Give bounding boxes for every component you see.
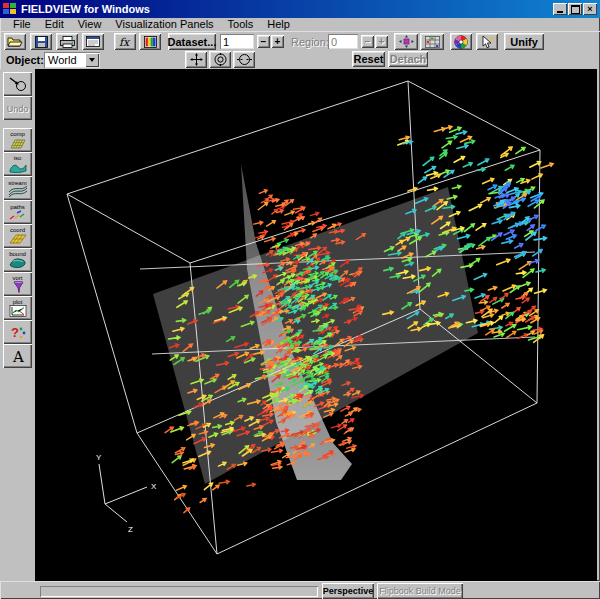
sidebar-item-annotate[interactable]: A	[3, 344, 32, 368]
pointer-tool-button[interactable]	[476, 33, 498, 50]
minimize-button[interactable]	[553, 3, 567, 15]
sidebar-item-vortex-cores[interactable]: vort	[3, 272, 32, 296]
chevron-down-icon[interactable]	[85, 53, 99, 67]
main-area: Undo comp iso stream	[0, 69, 600, 581]
svg-text:A: A	[12, 348, 24, 364]
color-wheel-icon	[454, 35, 468, 49]
plot-icon	[8, 305, 28, 317]
object-dropdown-value: World	[48, 54, 77, 66]
open-button[interactable]	[4, 33, 26, 50]
pan-icon	[190, 53, 203, 66]
sidebar-item-streamlines[interactable]: stream	[3, 176, 32, 200]
save-icon	[35, 36, 48, 48]
region-label: Region:	[291, 36, 329, 48]
toolbar-transform: Object: World	[0, 51, 600, 69]
window-title: FIELDVIEW for Windows	[21, 3, 552, 15]
status-message-field	[40, 586, 318, 597]
dataset-number-input[interactable]	[220, 34, 254, 49]
maximize-button[interactable]	[568, 3, 582, 15]
ijk-sampling-button[interactable]	[420, 33, 444, 50]
menu-edit[interactable]: Edit	[38, 18, 71, 31]
menu-visualization-panels[interactable]: Visualization Panels	[108, 18, 220, 31]
annotation-text-icon: A	[8, 348, 28, 364]
open-icon	[7, 36, 23, 47]
statusbar: Perspective Flipbook Build Mode	[0, 581, 600, 599]
particle-paths-icon	[8, 210, 28, 221]
menu-file[interactable]: File	[6, 18, 38, 31]
probe-query-icon: ?	[8, 324, 28, 340]
sidebar-item-boundary-surface[interactable]: bound	[3, 248, 32, 272]
menu-tools[interactable]: Tools	[221, 18, 261, 31]
pointer-tool-icon	[481, 35, 494, 48]
orbit-icon	[214, 53, 227, 66]
region-number-input	[328, 34, 358, 49]
colormap-icon	[144, 36, 157, 48]
sidebar-item-probe[interactable]: ?	[3, 320, 32, 344]
sidebar-item-undo: Undo	[3, 96, 32, 120]
fit-view-icon	[399, 35, 414, 48]
toolbar-main: fx Dataset... − + Region: − +	[0, 31, 600, 51]
svg-text:?: ?	[11, 325, 19, 340]
vortex-cores-icon	[8, 281, 28, 293]
reset-button[interactable]: Reset	[352, 51, 385, 67]
app-icon	[3, 3, 17, 15]
flipbook-build-mode-toggle: Flipbook Build Mode	[377, 583, 463, 599]
region-minus-button: −	[361, 35, 374, 48]
svg-text:fx: fx	[119, 36, 131, 48]
sidebar-item-iso-surface[interactable]: iso	[3, 152, 32, 176]
print-button[interactable]	[56, 33, 78, 50]
color-wheel-button[interactable]	[450, 33, 472, 50]
menu-view[interactable]: View	[71, 18, 109, 31]
dataset-button[interactable]: Dataset...	[168, 33, 216, 50]
coordinate-surface-icon	[8, 233, 28, 245]
ijk-sampling-icon	[425, 36, 440, 48]
region-plus-button: +	[375, 35, 388, 48]
orbit-mode-button[interactable]	[209, 51, 231, 68]
detach-button: Detach	[388, 51, 428, 67]
object-dropdown[interactable]: World	[44, 52, 100, 68]
sidebar-item-coord-surface[interactable]: coord	[3, 224, 32, 248]
sidebar-item-plot[interactable]: plot	[3, 296, 32, 320]
undo-label: Undo	[7, 104, 29, 114]
menubar: File Edit View Visualization Panels Tool…	[0, 18, 600, 31]
save-button[interactable]	[30, 33, 52, 50]
function-fx-icon: fx	[117, 35, 133, 48]
pick-tool-icon	[8, 76, 28, 92]
sidebar-item-particle-paths[interactable]: paths	[3, 200, 32, 224]
function-button[interactable]: fx	[114, 33, 136, 50]
print-icon	[60, 36, 75, 48]
axis-label-x: X	[151, 482, 157, 491]
menu-help[interactable]: Help	[260, 18, 297, 31]
fit-view-button[interactable]	[394, 33, 418, 50]
colormap-button[interactable]	[139, 33, 161, 50]
pan-mode-button[interactable]	[185, 51, 207, 68]
viewport[interactable]: YXZ	[35, 69, 597, 581]
spin-mode-button[interactable]	[233, 51, 255, 68]
sidebar-item-pick[interactable]	[3, 72, 32, 96]
dataset-plus-button[interactable]: +	[271, 35, 284, 48]
spin-icon	[237, 53, 252, 66]
perspective-toggle[interactable]: Perspective	[322, 583, 374, 599]
unify-button[interactable]: Unify	[504, 33, 544, 50]
sidebar-item-comp-surface[interactable]: comp	[3, 128, 32, 152]
close-button[interactable]: ×	[583, 3, 597, 15]
iso-surface-icon	[8, 161, 28, 173]
panel-window-button[interactable]	[82, 33, 104, 50]
dataset-minus-button[interactable]: −	[257, 35, 270, 48]
axis-label-z: Z	[128, 525, 133, 534]
boundary-surface-icon	[8, 257, 28, 269]
axis-label-y: Y	[96, 453, 102, 462]
viewport-scene[interactable]: YXZ	[35, 69, 597, 581]
object-label: Object:	[6, 54, 44, 66]
panel-window-icon	[86, 36, 100, 47]
sidebar-toolbox: Undo comp iso stream	[0, 69, 35, 581]
app-window: FIELDVIEW for Windows × File Edit View V…	[0, 0, 600, 599]
computational-surface-icon	[8, 137, 28, 150]
titlebar[interactable]: FIELDVIEW for Windows ×	[0, 0, 600, 18]
streamlines-icon	[8, 186, 28, 197]
